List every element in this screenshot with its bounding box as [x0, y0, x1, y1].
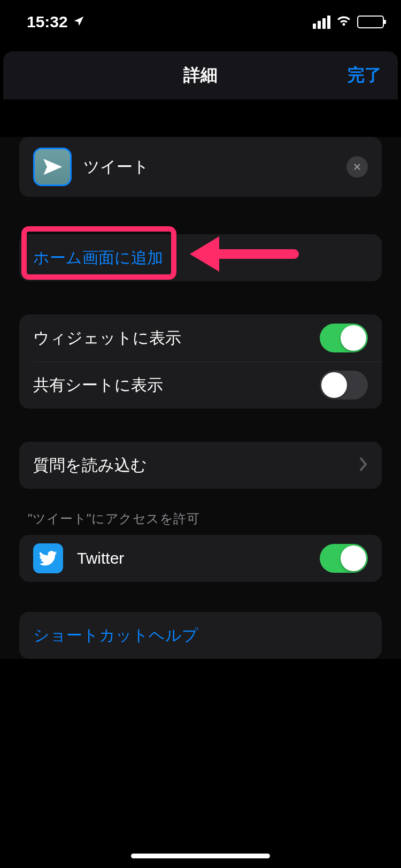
nav-bar: 詳細 完了 [3, 51, 398, 99]
home-indicator[interactable] [131, 854, 270, 858]
battery-icon [357, 16, 384, 28]
status-bar: 15:32 [0, 0, 401, 39]
location-services-icon [73, 13, 85, 31]
show-in-share-sheet-row: 共有シートに表示 [19, 362, 382, 409]
done-button[interactable]: 完了 [348, 64, 382, 87]
access-section-header: "ツイート"にアクセスを許可 [28, 510, 379, 527]
shortcut-name-label: ツイート [83, 156, 346, 178]
page-title: 詳細 [183, 64, 218, 87]
add-to-home-screen-label: ホーム画面に追加 [33, 247, 163, 269]
shortcut-help-label: ショートカットヘルプ [33, 625, 198, 647]
chevron-right-icon [359, 457, 368, 474]
import-questions-label: 質問を読み込む [33, 455, 359, 477]
shortcut-name-cell[interactable]: ツイート [19, 137, 382, 197]
import-questions-row[interactable]: 質問を読み込む [19, 442, 382, 489]
status-time: 15:32 [27, 13, 68, 31]
shortcut-icon[interactable] [33, 148, 72, 186]
show-in-share-sheet-label: 共有シートに表示 [33, 374, 320, 396]
twitter-app-icon [33, 543, 63, 573]
wifi-icon [336, 12, 352, 32]
clear-name-button[interactable] [346, 156, 368, 178]
shortcut-help-button[interactable]: ショートカットヘルプ [19, 612, 382, 659]
twitter-label: Twitter [77, 549, 320, 567]
cellular-signal-icon [313, 16, 330, 29]
show-in-widget-row: ウィジェットに表示 [19, 314, 382, 362]
twitter-access-row: Twitter [19, 535, 382, 582]
show-in-widget-label: ウィジェットに表示 [33, 327, 320, 349]
show-in-share-sheet-toggle[interactable] [320, 371, 368, 400]
twitter-access-toggle[interactable] [320, 544, 368, 573]
add-to-home-screen-button[interactable]: ホーム画面に追加 [19, 234, 382, 281]
show-in-widget-toggle[interactable] [320, 324, 368, 352]
